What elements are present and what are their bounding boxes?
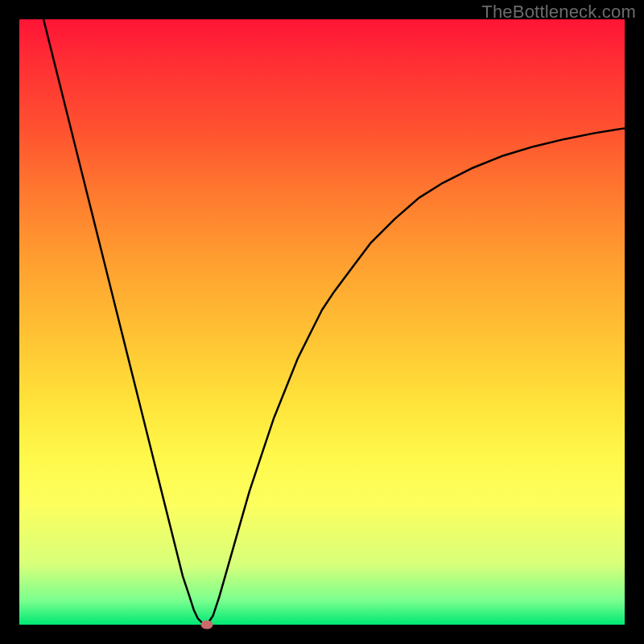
minimum-marker <box>201 621 213 630</box>
chart-container: TheBottleneck.com <box>0 0 644 644</box>
plot-area <box>19 19 625 625</box>
bottleneck-curve <box>19 19 625 625</box>
